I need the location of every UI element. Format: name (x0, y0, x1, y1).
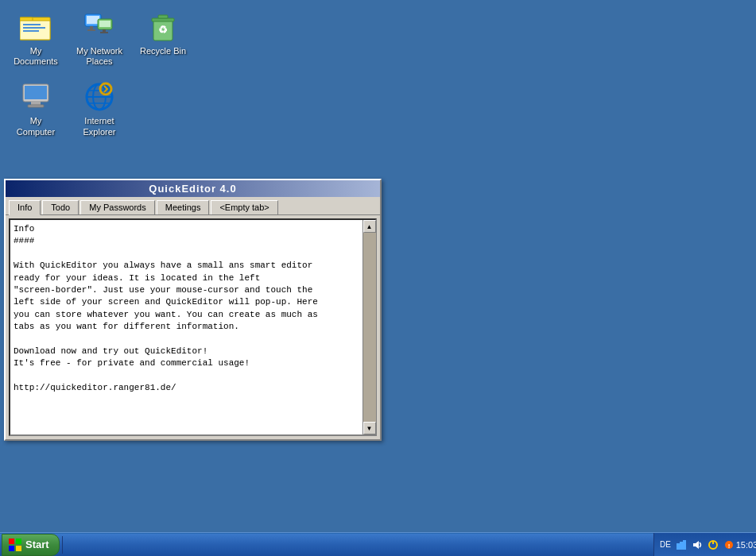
tab-todo[interactable]: Todo (42, 200, 79, 214)
svg-rect-8 (90, 26, 93, 29)
scrollbar-down-btn[interactable]: ▼ (363, 422, 376, 434)
svg-rect-4 (23, 27, 45, 29)
desktop-icon-row-2: My Computer Internet Explorer (8, 78, 191, 140)
tab-meetings[interactable]: Meetings (157, 200, 210, 214)
svg-rect-31 (16, 546, 21, 551)
quickeditor-scrollbar: ▲ ▼ (362, 220, 375, 434)
svg-marker-35 (693, 541, 699, 549)
svg-rect-32 (677, 543, 680, 550)
desktop-icons: My Documents My Network Places (8, 8, 191, 141)
quickeditor-textarea-wrapper: ▲ ▼ (9, 218, 377, 436)
svg-rect-34 (683, 540, 686, 550)
svg-rect-30 (9, 546, 14, 551)
recycle-bin-icon-img: ♻ (147, 11, 179, 43)
network-tray-icon (676, 539, 687, 550)
svg-rect-15 (152, 18, 174, 21)
my-documents-icon[interactable]: My Documents (8, 8, 64, 70)
start-button[interactable]: Start (2, 534, 60, 556)
tray-language-icon[interactable]: DE (659, 539, 672, 551)
svg-rect-11 (99, 21, 110, 27)
my-computer-icon[interactable]: My Computer (8, 78, 64, 140)
tray-icon-2[interactable] (691, 539, 704, 551)
system-tray: DE ! 15: (653, 533, 756, 556)
internet-explorer-label: Internet Explorer (75, 116, 124, 137)
svg-rect-16 (158, 15, 168, 18)
tab-my-passwords[interactable]: My Passwords (80, 200, 155, 214)
power-tray-icon (708, 539, 719, 550)
volume-tray-icon (692, 539, 703, 550)
desktop-icon-row-1: My Documents My Network Places (8, 8, 191, 70)
my-documents-label: My Documents (11, 46, 60, 67)
svg-rect-21 (28, 105, 44, 107)
svg-rect-29 (16, 539, 21, 544)
taskbar: Start DE (0, 532, 756, 556)
tray-icon-1[interactable] (675, 539, 688, 551)
scrollbar-track (363, 233, 376, 422)
tray-icon-3[interactable] (707, 539, 719, 551)
internet-explorer-icon[interactable]: Internet Explorer (72, 78, 127, 140)
svg-text:!: ! (728, 542, 731, 550)
my-network-places-icon[interactable]: My Network Places (72, 8, 127, 70)
svg-text:♻: ♻ (158, 24, 168, 36)
recycle-bin-icon[interactable]: ♻ Recycle Bin (135, 8, 191, 70)
my-computer-label: My Computer (11, 116, 60, 137)
my-documents-icon-img (20, 11, 52, 43)
quickeditor-content: ▲ ▼ (6, 214, 380, 436)
svg-rect-19 (25, 86, 47, 99)
svg-rect-20 (31, 102, 41, 105)
quickeditor-titlebar: QuickEditor 4.0 (6, 180, 380, 197)
svg-rect-9 (87, 29, 95, 31)
svg-rect-12 (103, 29, 106, 32)
taskbar-divider (62, 536, 63, 554)
recycle-bin-label: Recycle Bin (140, 46, 186, 56)
tab-empty[interactable]: <Empty tab> (211, 200, 277, 214)
tray-time: 15:03 (732, 540, 756, 550)
svg-rect-3 (23, 24, 41, 25)
svg-rect-33 (680, 542, 683, 550)
quickeditor-window: QuickEditor 4.0 Info Todo My Passwords M… (4, 179, 382, 441)
svg-rect-28 (9, 539, 14, 544)
svg-rect-5 (23, 30, 39, 32)
my-network-places-icon-img (83, 11, 115, 43)
quickeditor-textarea[interactable] (10, 220, 362, 434)
scrollbar-up-btn[interactable]: ▲ (363, 220, 376, 233)
my-network-places-label: My Network Places (75, 46, 124, 67)
internet-explorer-icon-img (83, 81, 115, 113)
start-label: Start (25, 539, 49, 550)
start-icon (9, 539, 21, 551)
my-computer-icon-img (20, 81, 52, 113)
tray-clock-display: 15:03 (739, 539, 751, 551)
quickeditor-tabs: Info Todo My Passwords Meetings <Empty t… (6, 197, 380, 214)
tab-info[interactable]: Info (9, 200, 41, 215)
svg-rect-13 (100, 32, 108, 33)
